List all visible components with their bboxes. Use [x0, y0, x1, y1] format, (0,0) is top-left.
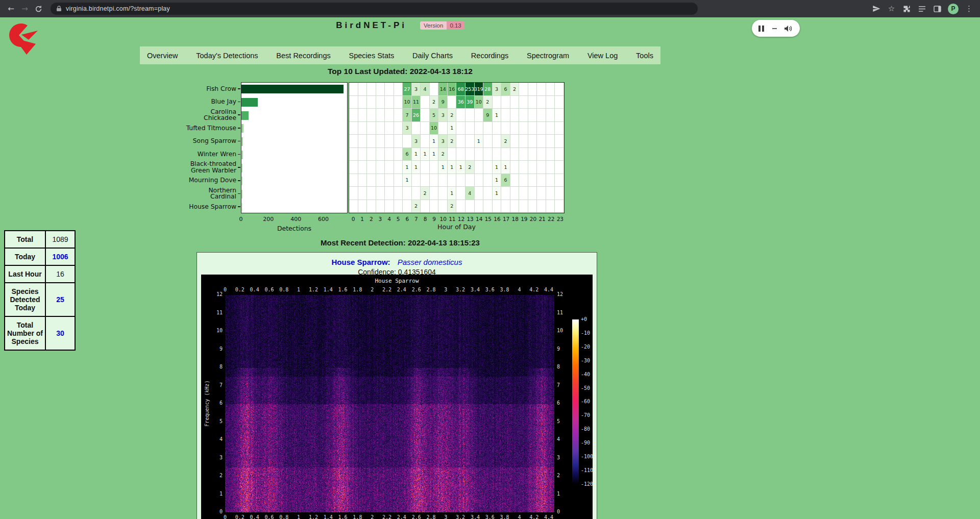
heatmap-cell [528, 83, 537, 96]
heatmap-cell [367, 109, 376, 122]
heatmap-cell [385, 135, 394, 148]
y-tick [238, 180, 240, 181]
bookmark-star-icon[interactable]: ☆ [885, 2, 898, 16]
heatmap-cell [367, 83, 376, 96]
heatmap-cell [349, 187, 358, 200]
menu-icon[interactable]: ⋮ [962, 2, 976, 16]
heatmap-cell [385, 122, 394, 135]
send-icon[interactable] [869, 2, 883, 16]
heatmap-x-axis: 01234567891011121314151617181920212223 [349, 216, 565, 223]
heatmap-cell [555, 161, 564, 174]
heatmap-cell [555, 96, 564, 109]
db-tick-label: -90 [581, 440, 601, 446]
species-label: Fish Crow [122, 82, 240, 95]
heatmap-cell: 3 [438, 109, 448, 122]
hour-tick-label: 5 [394, 216, 403, 222]
hour-heatmap: 2734141668253319283621011293639102726532… [349, 82, 565, 213]
heatmap-cell [376, 122, 385, 135]
nav-item-recordings[interactable]: Recordings [471, 52, 508, 60]
heatmap-cell [555, 83, 564, 96]
heatmap-cell: 11 [412, 96, 421, 109]
heatmap-cell [510, 135, 520, 148]
nav-item-tools[interactable]: Tools [636, 52, 653, 60]
heatmap-cell: 1 [448, 161, 457, 174]
heatmap-cell [555, 187, 564, 200]
detection-scientific-name[interactable]: Passer domesticus [398, 258, 462, 266]
reading-list-icon[interactable] [915, 2, 929, 16]
heatmap-cell: 68 [456, 83, 465, 96]
heatmap-cell [528, 109, 537, 122]
stats-row: Total1089 [5, 231, 75, 248]
stats-value-link[interactable]: 1006 [45, 248, 75, 265]
hour-tick-label: 11 [448, 216, 457, 222]
heatmap-cell [376, 96, 385, 109]
pause-button[interactable] [758, 26, 764, 32]
heatmap-cell [367, 135, 376, 148]
heatmap-cell [519, 109, 528, 122]
url-bar[interactable]: virginia.birdnetpi.com/?stream=play [51, 3, 698, 15]
heatmap-cell [510, 148, 520, 161]
heatmap-cell [421, 96, 430, 109]
volume-icon[interactable] [784, 25, 793, 32]
heatmap-cell: 2 [465, 161, 475, 174]
freq-tick-label: 11 [557, 310, 571, 315]
heatmap-cell [546, 122, 555, 135]
heatmap-cell [501, 122, 510, 135]
heatmap-cell [546, 109, 555, 122]
heatmap-cell: 2 [483, 96, 493, 109]
stats-row: Species Detected Today25 [5, 283, 75, 316]
freq-tick-label: 0 [557, 509, 571, 514]
heatmap-cell [493, 135, 502, 148]
heatmap-cell [475, 174, 484, 187]
heatmap-cell [358, 161, 368, 174]
nav-item-daily-charts[interactable]: Daily Charts [412, 52, 453, 60]
forward-icon[interactable]: → [18, 2, 32, 16]
back-icon[interactable]: ← [4, 2, 18, 16]
nav-item-best-recordings[interactable]: Best Recordings [276, 52, 330, 60]
heatmap-cell [519, 83, 528, 96]
spectrogram-title: House Sparrow [201, 278, 593, 284]
stats-value-link[interactable]: 30 [45, 316, 75, 350]
heatmap-cell [475, 122, 484, 135]
detection-species-link[interactable]: House Sparrow: [332, 258, 390, 266]
nav-item-today-s-detections[interactable]: Today's Detections [196, 52, 258, 60]
nav-item-spectrogram[interactable]: Spectrogram [527, 52, 569, 60]
heatmap-cell [537, 122, 546, 135]
heatmap-cell [465, 174, 475, 187]
heatmap-cell [367, 161, 376, 174]
nav-item-view-log[interactable]: View Log [587, 52, 618, 60]
heatmap-cell: 2 [430, 96, 439, 109]
hour-tick-label: 3 [376, 216, 385, 222]
heatmap-cell: 10 [475, 96, 484, 109]
time-tick-label: 4.4 [540, 287, 557, 292]
freq-tick-label: 5 [557, 418, 571, 424]
heatmap-cell [394, 83, 403, 96]
hour-tick-label: 16 [493, 216, 502, 222]
heatmap-cell [394, 161, 403, 174]
heatmap-cell [510, 200, 520, 213]
side-panel-icon[interactable] [930, 2, 944, 16]
heatmap-cell: 1 [456, 161, 465, 174]
heatmap-cell [358, 187, 368, 200]
y-tick [238, 206, 240, 207]
bar-x-axis: 0200400600 [241, 216, 348, 223]
reload-icon[interactable] [32, 2, 45, 16]
db-tick-label: -120 [581, 481, 601, 487]
bar-x-tick-label: 200 [260, 216, 277, 223]
heatmap-cell [376, 200, 385, 213]
profile-avatar[interactable]: P [948, 4, 959, 14]
heatmap-cell [349, 83, 358, 96]
heatmap-cell [438, 174, 448, 187]
freq-tick-label: 9 [557, 346, 571, 352]
heatmap-cell [349, 96, 358, 109]
heatmap-cell: 6 [501, 83, 510, 96]
nav-item-species-stats[interactable]: Species Stats [349, 52, 395, 60]
heatmap-cell [546, 148, 555, 161]
browser-chrome: ← → virginia.birdnetpi.com/?stream=play … [0, 0, 980, 17]
nav-item-overview[interactable]: Overview [147, 52, 178, 60]
stats-label: Total [5, 231, 45, 248]
heatmap-cell [403, 135, 412, 148]
stats-value-link[interactable]: 25 [45, 283, 75, 316]
extensions-icon[interactable] [900, 2, 914, 16]
hour-tick-label: 2 [366, 216, 376, 222]
